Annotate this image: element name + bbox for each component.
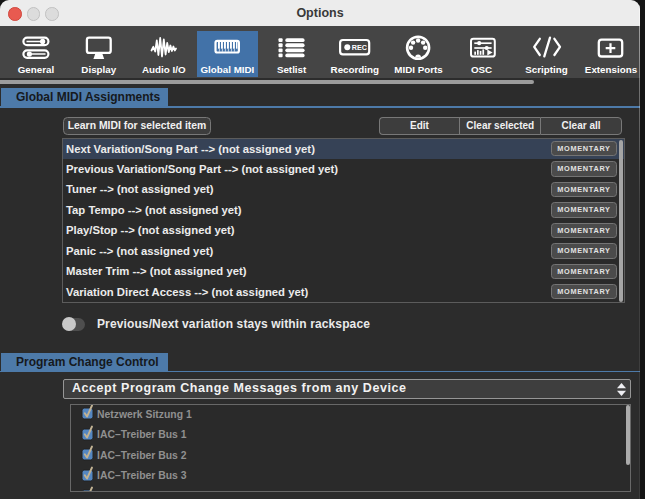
- svg-text:REC: REC: [352, 43, 367, 52]
